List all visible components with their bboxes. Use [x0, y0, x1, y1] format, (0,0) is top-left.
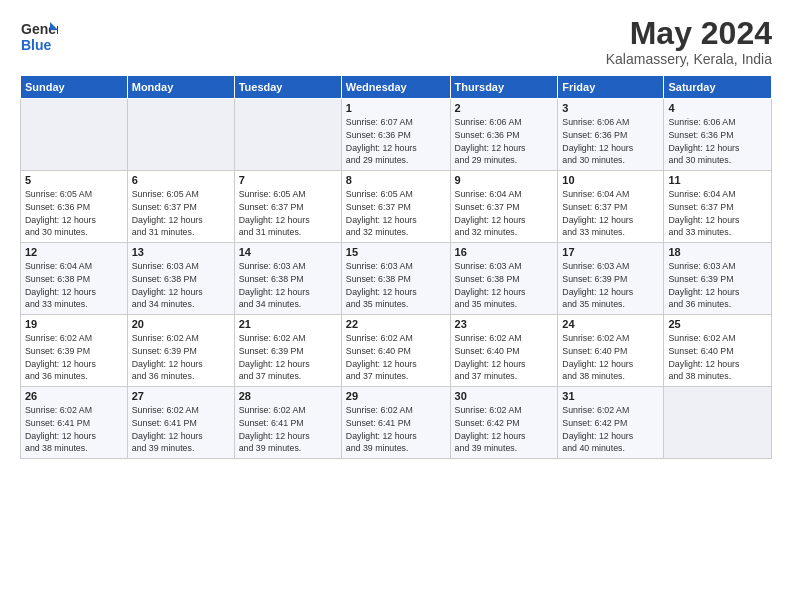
- week-row-3: 12Sunrise: 6:04 AM Sunset: 6:38 PM Dayli…: [21, 243, 772, 315]
- table-cell: 9Sunrise: 6:04 AM Sunset: 6:37 PM Daylig…: [450, 171, 558, 243]
- day-number: 31: [562, 390, 659, 402]
- calendar-header-row: Sunday Monday Tuesday Wednesday Thursday…: [21, 76, 772, 99]
- day-number: 6: [132, 174, 230, 186]
- svg-text:Blue: Blue: [21, 37, 52, 53]
- week-row-1: 1Sunrise: 6:07 AM Sunset: 6:36 PM Daylig…: [21, 99, 772, 171]
- logo: General Blue: [20, 16, 58, 54]
- day-info: Sunrise: 6:02 AM Sunset: 6:39 PM Dayligh…: [239, 332, 337, 383]
- day-info: Sunrise: 6:04 AM Sunset: 6:37 PM Dayligh…: [668, 188, 767, 239]
- header: General Blue May 2024 Kalamassery, Keral…: [20, 16, 772, 67]
- week-row-2: 5Sunrise: 6:05 AM Sunset: 6:36 PM Daylig…: [21, 171, 772, 243]
- day-number: 15: [346, 246, 446, 258]
- day-info: Sunrise: 6:06 AM Sunset: 6:36 PM Dayligh…: [668, 116, 767, 167]
- table-cell: 1Sunrise: 6:07 AM Sunset: 6:36 PM Daylig…: [341, 99, 450, 171]
- table-cell: 11Sunrise: 6:04 AM Sunset: 6:37 PM Dayli…: [664, 171, 772, 243]
- day-info: Sunrise: 6:04 AM Sunset: 6:38 PM Dayligh…: [25, 260, 123, 311]
- col-saturday: Saturday: [664, 76, 772, 99]
- table-cell: [664, 387, 772, 459]
- day-info: Sunrise: 6:02 AM Sunset: 6:41 PM Dayligh…: [25, 404, 123, 455]
- logo-area: General Blue: [20, 16, 58, 54]
- day-number: 24: [562, 318, 659, 330]
- day-info: Sunrise: 6:02 AM Sunset: 6:41 PM Dayligh…: [132, 404, 230, 455]
- calendar-table: Sunday Monday Tuesday Wednesday Thursday…: [20, 75, 772, 459]
- page: General Blue May 2024 Kalamassery, Keral…: [0, 0, 792, 612]
- table-cell: 5Sunrise: 6:05 AM Sunset: 6:36 PM Daylig…: [21, 171, 128, 243]
- table-cell: [234, 99, 341, 171]
- day-info: Sunrise: 6:05 AM Sunset: 6:37 PM Dayligh…: [346, 188, 446, 239]
- day-number: 29: [346, 390, 446, 402]
- day-info: Sunrise: 6:06 AM Sunset: 6:36 PM Dayligh…: [562, 116, 659, 167]
- location: Kalamassery, Kerala, India: [606, 51, 772, 67]
- table-cell: 12Sunrise: 6:04 AM Sunset: 6:38 PM Dayli…: [21, 243, 128, 315]
- day-number: 12: [25, 246, 123, 258]
- day-number: 1: [346, 102, 446, 114]
- day-number: 13: [132, 246, 230, 258]
- day-number: 2: [455, 102, 554, 114]
- day-number: 5: [25, 174, 123, 186]
- week-row-4: 19Sunrise: 6:02 AM Sunset: 6:39 PM Dayli…: [21, 315, 772, 387]
- table-cell: 26Sunrise: 6:02 AM Sunset: 6:41 PM Dayli…: [21, 387, 128, 459]
- table-cell: 8Sunrise: 6:05 AM Sunset: 6:37 PM Daylig…: [341, 171, 450, 243]
- table-cell: 15Sunrise: 6:03 AM Sunset: 6:38 PM Dayli…: [341, 243, 450, 315]
- day-info: Sunrise: 6:06 AM Sunset: 6:36 PM Dayligh…: [455, 116, 554, 167]
- day-number: 14: [239, 246, 337, 258]
- table-cell: 24Sunrise: 6:02 AM Sunset: 6:40 PM Dayli…: [558, 315, 664, 387]
- day-number: 16: [455, 246, 554, 258]
- day-number: 18: [668, 246, 767, 258]
- table-cell: 4Sunrise: 6:06 AM Sunset: 6:36 PM Daylig…: [664, 99, 772, 171]
- day-number: 9: [455, 174, 554, 186]
- day-info: Sunrise: 6:03 AM Sunset: 6:38 PM Dayligh…: [132, 260, 230, 311]
- table-cell: 6Sunrise: 6:05 AM Sunset: 6:37 PM Daylig…: [127, 171, 234, 243]
- day-info: Sunrise: 6:02 AM Sunset: 6:40 PM Dayligh…: [668, 332, 767, 383]
- day-info: Sunrise: 6:02 AM Sunset: 6:39 PM Dayligh…: [25, 332, 123, 383]
- day-info: Sunrise: 6:03 AM Sunset: 6:38 PM Dayligh…: [455, 260, 554, 311]
- day-info: Sunrise: 6:05 AM Sunset: 6:36 PM Dayligh…: [25, 188, 123, 239]
- table-cell: 2Sunrise: 6:06 AM Sunset: 6:36 PM Daylig…: [450, 99, 558, 171]
- day-info: Sunrise: 6:03 AM Sunset: 6:39 PM Dayligh…: [562, 260, 659, 311]
- day-info: Sunrise: 6:02 AM Sunset: 6:42 PM Dayligh…: [455, 404, 554, 455]
- month-title: May 2024: [606, 16, 772, 51]
- day-number: 27: [132, 390, 230, 402]
- day-info: Sunrise: 6:02 AM Sunset: 6:40 PM Dayligh…: [455, 332, 554, 383]
- table-cell: 7Sunrise: 6:05 AM Sunset: 6:37 PM Daylig…: [234, 171, 341, 243]
- day-info: Sunrise: 6:03 AM Sunset: 6:39 PM Dayligh…: [668, 260, 767, 311]
- table-cell: 21Sunrise: 6:02 AM Sunset: 6:39 PM Dayli…: [234, 315, 341, 387]
- day-info: Sunrise: 6:07 AM Sunset: 6:36 PM Dayligh…: [346, 116, 446, 167]
- table-cell: [127, 99, 234, 171]
- table-cell: 16Sunrise: 6:03 AM Sunset: 6:38 PM Dayli…: [450, 243, 558, 315]
- day-number: 25: [668, 318, 767, 330]
- col-monday: Monday: [127, 76, 234, 99]
- day-number: 23: [455, 318, 554, 330]
- day-number: 19: [25, 318, 123, 330]
- day-info: Sunrise: 6:05 AM Sunset: 6:37 PM Dayligh…: [132, 188, 230, 239]
- day-info: Sunrise: 6:04 AM Sunset: 6:37 PM Dayligh…: [455, 188, 554, 239]
- table-cell: 27Sunrise: 6:02 AM Sunset: 6:41 PM Dayli…: [127, 387, 234, 459]
- title-area: May 2024 Kalamassery, Kerala, India: [606, 16, 772, 67]
- table-cell: 30Sunrise: 6:02 AM Sunset: 6:42 PM Dayli…: [450, 387, 558, 459]
- day-number: 7: [239, 174, 337, 186]
- day-number: 17: [562, 246, 659, 258]
- day-number: 10: [562, 174, 659, 186]
- day-number: 22: [346, 318, 446, 330]
- table-cell: 14Sunrise: 6:03 AM Sunset: 6:38 PM Dayli…: [234, 243, 341, 315]
- day-number: 4: [668, 102, 767, 114]
- day-number: 21: [239, 318, 337, 330]
- day-info: Sunrise: 6:03 AM Sunset: 6:38 PM Dayligh…: [346, 260, 446, 311]
- day-number: 26: [25, 390, 123, 402]
- table-cell: 19Sunrise: 6:02 AM Sunset: 6:39 PM Dayli…: [21, 315, 128, 387]
- table-cell: 10Sunrise: 6:04 AM Sunset: 6:37 PM Dayli…: [558, 171, 664, 243]
- day-info: Sunrise: 6:02 AM Sunset: 6:40 PM Dayligh…: [346, 332, 446, 383]
- table-cell: 18Sunrise: 6:03 AM Sunset: 6:39 PM Dayli…: [664, 243, 772, 315]
- day-number: 28: [239, 390, 337, 402]
- day-info: Sunrise: 6:02 AM Sunset: 6:41 PM Dayligh…: [239, 404, 337, 455]
- logo-icon: General Blue: [20, 16, 58, 54]
- col-thursday: Thursday: [450, 76, 558, 99]
- day-info: Sunrise: 6:04 AM Sunset: 6:37 PM Dayligh…: [562, 188, 659, 239]
- table-cell: 3Sunrise: 6:06 AM Sunset: 6:36 PM Daylig…: [558, 99, 664, 171]
- table-cell: 31Sunrise: 6:02 AM Sunset: 6:42 PM Dayli…: [558, 387, 664, 459]
- day-number: 20: [132, 318, 230, 330]
- day-number: 30: [455, 390, 554, 402]
- table-cell: 25Sunrise: 6:02 AM Sunset: 6:40 PM Dayli…: [664, 315, 772, 387]
- week-row-5: 26Sunrise: 6:02 AM Sunset: 6:41 PM Dayli…: [21, 387, 772, 459]
- col-tuesday: Tuesday: [234, 76, 341, 99]
